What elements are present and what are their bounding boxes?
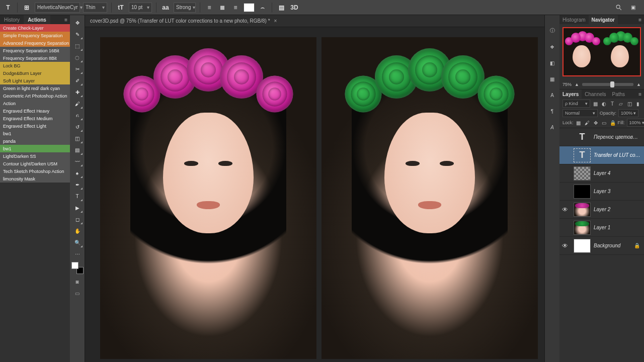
fill-value[interactable]: 100%▾ [627,119,644,127]
edit-toolbar-icon[interactable]: ⋯ [72,248,83,259]
layer-visibility-icon[interactable]: 👁 [559,242,571,249]
align-center-icon[interactable]: ≣ [217,3,227,13]
lock-all-icon[interactable]: 🔒 [610,120,616,126]
action-item[interactable]: Tech Sketch Photoshop Action [0,167,70,175]
action-item[interactable]: Contour Light/Darken USM [0,160,70,167]
action-item[interactable]: Engraved Effect Light [0,122,70,130]
action-item[interactable]: Action [0,100,70,107]
blur-tool-icon[interactable]: 〰 [72,156,83,167]
navigator-thumbnail[interactable] [562,27,641,76]
action-item[interactable]: panda [0,137,70,145]
layer-row[interactable]: Layer 1 [559,219,644,237]
layer-lock-icon[interactable]: 🔒 [634,243,641,248]
lock-artboard-icon[interactable]: ▭ [601,120,607,126]
three-d-icon[interactable]: 3D [289,3,299,13]
zoom-tool-icon[interactable]: 🔍 [72,237,83,248]
character-panel-icon[interactable]: ▤ [276,3,286,13]
tab-channels[interactable]: Channels [582,89,609,99]
tab-paths[interactable]: Paths [609,89,628,99]
lock-move-icon[interactable]: ✥ [593,120,599,126]
align-left-icon[interactable]: ≡ [204,3,214,13]
eyedropper-tool-icon[interactable]: ✐ [72,75,83,86]
font-preview-icon[interactable]: ⊞ [22,3,32,13]
lock-trans-icon[interactable]: ▦ [576,120,582,126]
action-item[interactable]: Geometric Art Photoshop Action [0,92,70,100]
filter-pixel-icon[interactable]: ▦ [592,101,598,107]
action-item[interactable]: Soft Light Layer [0,77,70,84]
action-item[interactable]: Advanced Frequency Separation [0,39,70,47]
gradient-tool-icon[interactable]: ▤ [72,144,83,155]
quick-mask-icon[interactable]: ◙ [73,278,82,286]
crop-tool-icon[interactable]: ✂ [72,63,83,74]
layer-row[interactable]: Layer 4 [559,164,644,183]
workspace-switcher-icon[interactable]: ▣ [628,3,638,13]
align-right-icon[interactable]: ≡ [230,3,240,13]
filter-type-icon[interactable]: T [609,101,615,107]
properties-icon[interactable]: ⓘ [548,26,557,35]
character-icon[interactable]: A [548,90,557,100]
zoom-out-icon[interactable]: ▲ [575,82,579,87]
action-item[interactable]: Create Check-Layer [0,24,70,32]
action-item[interactable]: Green in light red/ dark cyan [0,84,70,92]
screen-mode-icon[interactable]: ▭ [73,289,82,297]
layer-row[interactable]: 👁Background🔒 [559,237,644,255]
filter-smart-icon[interactable]: ◫ [626,101,632,107]
hand-tool-icon[interactable]: ✋ [72,225,83,236]
close-tab-icon[interactable]: × [274,18,277,24]
layer-filter-kind[interactable]: ρ Kind▾ [562,100,590,108]
layer-row[interactable]: Layer 3 [559,183,644,201]
lock-paint-icon[interactable]: 🖌 [584,120,590,126]
action-item[interactable]: Lock BG [0,62,70,69]
layer-visibility-icon[interactable]: 👁 [559,206,571,213]
marquee-tool-icon[interactable]: ⬚ [72,40,83,51]
path-selection-tool-icon[interactable]: ▶ [72,202,83,213]
filter-toggle-icon[interactable]: ▮ [635,101,641,107]
layers-panel-menu-icon[interactable]: ≡ [636,92,644,97]
action-item[interactable]: bw1 [0,145,70,152]
action-item[interactable]: limonosity Mask [0,175,70,183]
artboard-tool-icon[interactable]: ✎ [72,29,83,40]
adjustments-icon[interactable]: ❖ [548,42,557,51]
lasso-tool-icon[interactable]: ◌ [72,52,83,63]
glyphs-icon[interactable]: A [548,123,557,132]
filter-adjust-icon[interactable]: ◐ [601,101,607,107]
tab-actions[interactable]: Actions [24,15,50,24]
healing-brush-tool-icon[interactable]: ✚ [72,86,83,98]
action-item[interactable]: Frequency Separation 16Bit [0,47,70,54]
action-item[interactable]: bw1 [0,130,70,137]
pen-tool-icon[interactable]: ✒ [72,179,83,190]
type-tool-icon[interactable]: T [72,191,83,202]
zoom-value[interactable]: 75% [562,82,572,87]
tab-histogram[interactable]: Histogram [559,15,589,24]
brush-settings-icon[interactable]: ▦ [548,74,557,83]
filter-shape-icon[interactable]: ▱ [618,101,624,107]
action-item[interactable]: Engraved Effect Medium [0,115,70,122]
opacity-value[interactable]: 100%▾ [618,109,638,117]
canvas[interactable] [85,27,544,362]
document-tab[interactable]: cover3D.psd @ 75% (Transfer of LUT color… [85,15,544,27]
panel-menu-icon[interactable]: ≡ [62,17,70,23]
zoom-in-icon[interactable]: ▲ [636,82,641,87]
foreground-background-swatches[interactable] [71,262,84,274]
dodge-tool-icon[interactable]: ♠ [72,167,83,178]
action-item[interactable]: Frequency Separation 8Bit [0,54,70,62]
action-item[interactable]: Engraved Effect Heavy [0,107,70,115]
layer-row[interactable]: 👁Layer 2 [559,201,644,219]
move-tool-icon[interactable]: ✥ [72,17,83,28]
brush-tool-icon[interactable]: 🖌 [72,98,83,109]
rectangle-tool-icon[interactable]: ◻ [72,214,83,225]
tab-layers[interactable]: Layers [559,89,582,99]
font-family-select[interactable]: HelveticaNeueCyr▾ [35,3,80,13]
font-size-select[interactable]: 10 pt▾ [129,3,152,13]
styles-icon[interactable]: ◧ [548,58,557,67]
nav-panel-menu-icon[interactable]: ≡ [636,17,644,23]
paragraph-icon[interactable]: ¶ [548,107,557,116]
history-brush-tool-icon[interactable]: ↺ [72,121,83,132]
font-weight-select[interactable]: Thin▾ [83,3,107,13]
blend-mode-select[interactable]: Normal▾ [562,109,598,117]
layer-row[interactable]: TПеренос цветовых к... [559,128,644,146]
tab-navigator[interactable]: Navigator [589,15,618,24]
tab-history[interactable]: History [0,15,24,24]
text-color-swatch[interactable] [244,3,255,12]
clone-stamp-tool-icon[interactable]: ⎌ [72,110,83,121]
